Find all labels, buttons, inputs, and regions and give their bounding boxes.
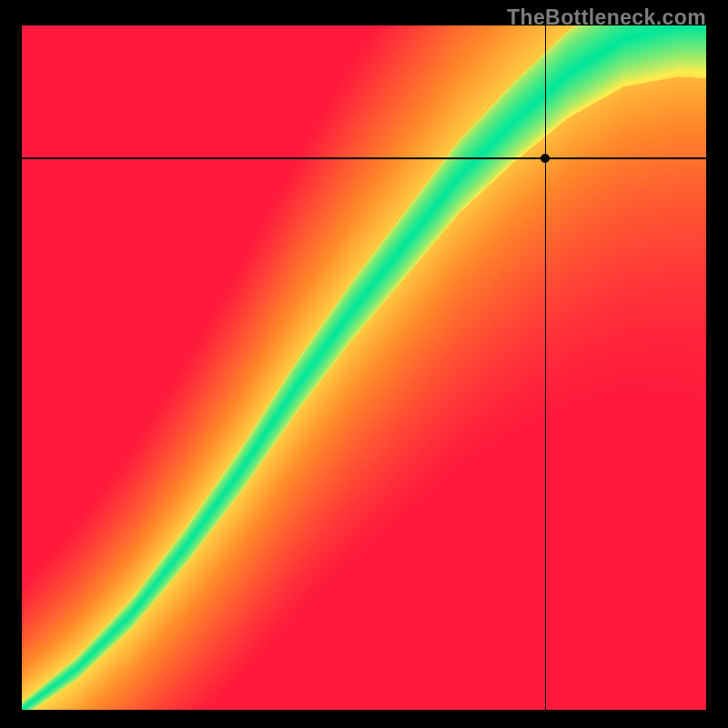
- chart-container: TheBottleneck.com: [0, 0, 728, 728]
- marker-dot: [541, 154, 550, 163]
- watermark-text: TheBottleneck.com: [507, 5, 706, 30]
- heatmap-canvas: [22, 25, 706, 710]
- crosshair-vertical: [545, 25, 547, 710]
- crosshair-horizontal: [22, 157, 706, 159]
